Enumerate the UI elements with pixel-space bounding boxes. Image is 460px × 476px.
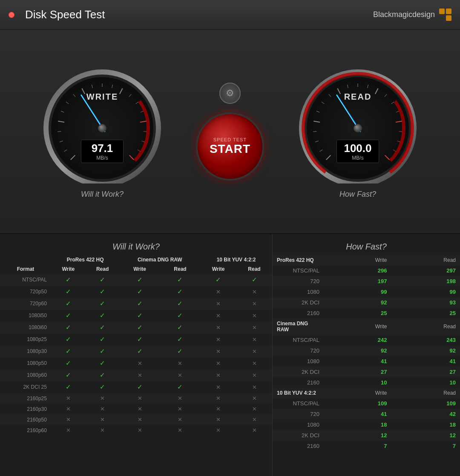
- close-button[interactable]: [9, 12, 14, 18]
- check-icon: ✓: [100, 335, 105, 343]
- format-table: ProRes 422 HQ Cinema DNG RAW 10 Bit YUV …: [0, 255, 272, 436]
- how-fast: How Fast?: [339, 190, 376, 199]
- speed-read-value: 243: [391, 335, 460, 345]
- speed-write-value: 41: [324, 356, 391, 367]
- cross-icon: ✕: [252, 348, 257, 355]
- read-value: 100.0: [343, 142, 373, 155]
- cross-icon: ✕: [252, 360, 257, 367]
- check-icon: ✓: [177, 312, 183, 319]
- cross-icon: ✕: [216, 406, 221, 412]
- c-read-header: Read: [160, 264, 200, 274]
- check-icon: ✓: [66, 347, 71, 355]
- speed-row-label: 2K DCI: [273, 297, 324, 308]
- speed-row-label: 2160: [273, 308, 324, 318]
- prores-header: ProRes 422 HQ: [51, 255, 119, 264]
- speed-row: 1080 99 99: [273, 287, 460, 297]
- start-button[interactable]: SPEED TEST START: [196, 112, 264, 181]
- speed-row: 2160 7 7: [273, 441, 460, 451]
- speed-read-value: 7: [391, 441, 460, 451]
- cross-icon: ✕: [252, 336, 257, 343]
- speed-read-value: 198: [391, 276, 460, 287]
- table-row: 1080p60✓✓✕✕✕✕: [0, 369, 272, 381]
- table-row: 2160p25✕✕✕✕✕✕: [0, 393, 272, 404]
- check-icon: ✓: [66, 359, 71, 367]
- read-col-label: Read: [391, 318, 460, 335]
- check-icon: ✓: [177, 276, 183, 283]
- cross-icon: ✕: [252, 324, 257, 331]
- speed-row-label: NTSC/PAL: [273, 265, 324, 276]
- speed-read-value: 12: [391, 430, 460, 441]
- speed-write-value: 25: [324, 308, 391, 318]
- read-gauge: READ 100.0 MB/s: [298, 64, 417, 184]
- speed-row: 1080 41 41: [273, 356, 460, 367]
- cross-icon: ✕: [216, 395, 221, 401]
- table-row: 720p50✓✓✓✓✕✕: [0, 286, 272, 298]
- table-row: 1080i60✓✓✓✓✕✕: [0, 321, 272, 333]
- check-icon: ✓: [177, 324, 183, 331]
- write-label: WRITE: [86, 92, 118, 102]
- speed-row: 720 197 198: [273, 276, 460, 287]
- speed-row: 2K DCI 12 12: [273, 430, 460, 441]
- speed-read-value: 41: [391, 356, 460, 367]
- p-read-header: Read: [86, 264, 120, 274]
- cross-icon: ✕: [252, 427, 257, 433]
- speed-row: NTSC/PAL 109 109: [273, 398, 460, 409]
- check-icon: ✓: [66, 312, 71, 319]
- cross-icon: ✕: [216, 348, 221, 355]
- check-icon: ✓: [137, 347, 143, 355]
- check-icon: ✓: [137, 335, 143, 343]
- table-row: 2160p30✕✕✕✕✕✕: [0, 404, 272, 414]
- cross-icon: ✕: [138, 395, 142, 401]
- check-icon: ✓: [100, 288, 105, 295]
- check-icon: ✓: [177, 347, 183, 355]
- check-icon: ✓: [177, 335, 183, 343]
- gauges-section: WRITE 97.1 MB/s Will it Work? ⚙ SPEED TE…: [0, 30, 460, 234]
- speed-row: NTSC/PAL 242 243: [273, 335, 460, 345]
- cross-icon: ✕: [178, 372, 182, 379]
- write-unit: MB/s: [87, 155, 117, 161]
- bmd-dot-2: [446, 9, 451, 14]
- b-read-header: Read: [236, 264, 272, 274]
- cross-icon: ✕: [178, 395, 182, 401]
- check-icon: ✓: [252, 276, 257, 283]
- title-bar: Disk Speed Test Blackmagicdesign: [0, 0, 460, 30]
- settings-button[interactable]: ⚙: [219, 83, 241, 104]
- speed-section-header: 10 Bit YUV 4:2:2 Write Read: [273, 388, 460, 398]
- speed-row-label: NTSC/PAL: [273, 335, 324, 345]
- speed-write-value: 296: [324, 265, 391, 276]
- cross-icon: ✕: [216, 301, 221, 307]
- cinema-header: Cinema DNG RAW: [119, 255, 200, 264]
- speed-row-label: 1080: [273, 419, 324, 430]
- check-icon: ✓: [100, 276, 105, 283]
- cross-icon: ✕: [178, 427, 182, 433]
- check-icon: ✓: [177, 383, 183, 390]
- check-icon: ✓: [66, 371, 71, 379]
- section-name: Cinema DNG RAW: [273, 318, 324, 335]
- speed-write-value: 197: [324, 276, 391, 287]
- start-label: START: [210, 142, 250, 156]
- how-fast-title: How Fast?: [273, 238, 460, 255]
- check-icon: ✓: [100, 300, 105, 307]
- speed-row-label: 2160: [273, 441, 324, 451]
- speed-read-value: 27: [391, 367, 460, 377]
- cross-icon: ✕: [138, 360, 142, 367]
- write-gauge-container: WRITE 97.1 MB/s Will it Work?: [43, 64, 162, 199]
- cross-icon: ✕: [138, 372, 142, 379]
- app-title: Disk Speed Test: [25, 8, 105, 21]
- check-icon: ✓: [100, 371, 105, 379]
- cross-icon: ✕: [178, 360, 182, 367]
- speed-read-value: 99: [391, 287, 460, 297]
- cross-icon: ✕: [252, 313, 257, 319]
- cross-icon: ✕: [216, 289, 221, 295]
- table-row: 2K DCI 25✓✓✓✓✕✕: [0, 381, 272, 393]
- speed-table: ProRes 422 HQ Write ReadNTSC/PAL 296 297…: [273, 255, 460, 451]
- read-label: READ: [344, 92, 372, 102]
- speed-row-label: NTSC/PAL: [273, 398, 324, 409]
- check-icon: ✓: [100, 324, 105, 331]
- check-icon: ✓: [137, 324, 143, 331]
- speed-write-value: 41: [324, 409, 391, 419]
- write-value-box: 97.1 MB/s: [81, 140, 124, 163]
- speed-read-value: 18: [391, 419, 460, 430]
- brand-name: Blackmagicdesign: [373, 10, 435, 19]
- table-row: NTSC/PAL✓✓✓✓✓✓: [0, 274, 272, 286]
